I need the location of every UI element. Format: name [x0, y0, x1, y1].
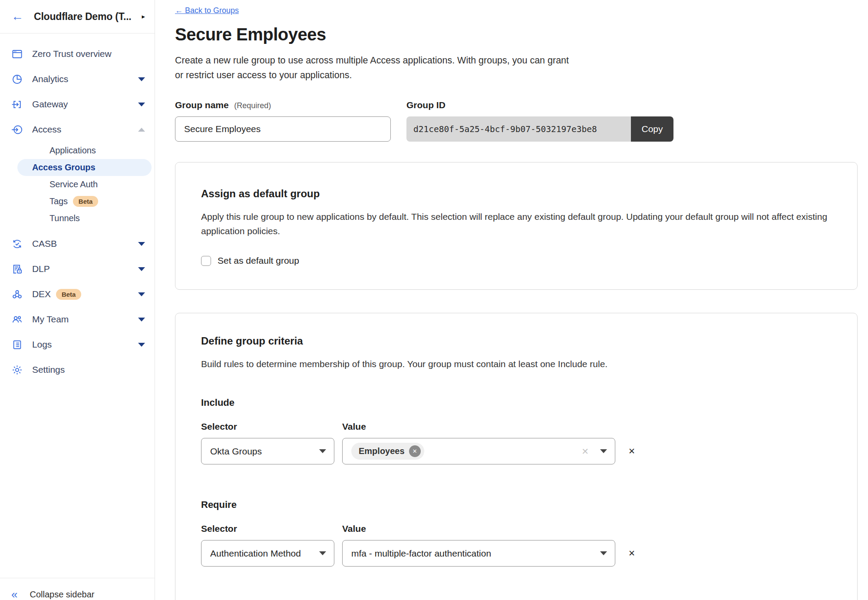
require-heading: Require [201, 499, 832, 510]
sidebar-item-label: Applications [50, 146, 96, 156]
sidebar-item-label: Tunnels [50, 213, 80, 223]
collapse-sidebar-button[interactable]: « Collapse sidebar [0, 578, 155, 600]
gear-icon [11, 364, 23, 376]
window-icon [11, 48, 23, 60]
include-value-multiselect[interactable]: Employees ✕ ✕ [342, 438, 615, 464]
analytics-pie-icon [11, 73, 23, 85]
sidebar-item-settings[interactable]: Settings [0, 357, 155, 382]
chevron-down-icon [319, 449, 326, 453]
gateway-icon [11, 99, 23, 110]
include-rule-row: Okta Groups Employees ✕ ✕ ✕ [201, 438, 832, 464]
default-group-card-title: Assign as default group [201, 188, 832, 200]
sidebar-item-label: Tags [50, 196, 68, 206]
sidebar-item-label: Access Groups [32, 162, 95, 172]
value-chip-label: Employees [359, 446, 405, 456]
require-rule-row: Authentication Method mfa - multiple-fac… [201, 540, 832, 567]
sidebar-item-label: Analytics [32, 74, 68, 84]
sidebar-item-logs[interactable]: Logs [0, 332, 155, 357]
chip-remove-icon[interactable]: ✕ [409, 445, 421, 457]
sidebar-item-zero-trust-overview[interactable]: Zero Trust overview [0, 41, 155, 66]
group-id-label: Group ID [406, 100, 673, 110]
criteria-card: Define group criteria Build rules to det… [175, 313, 858, 600]
default-group-body-line1: Apply this rule group to new application… [201, 209, 832, 224]
network-cluster-icon [11, 288, 23, 300]
page-title: Secure Employees [175, 25, 868, 44]
sidebar-item-gateway[interactable]: Gateway [0, 92, 155, 117]
sidebar-item-label: Settings [32, 365, 65, 375]
back-arrow-icon[interactable]: ← [11, 10, 23, 23]
include-value-label: Value [342, 421, 366, 432]
include-selector-label: Selector [201, 421, 342, 432]
set-default-group-row[interactable]: Set as default group [201, 255, 832, 266]
criteria-card-title: Define group criteria [201, 335, 832, 347]
sidebar-item-access-groups[interactable]: Access Groups [17, 159, 152, 176]
collapse-sidebar-label: Collapse sidebar [30, 590, 94, 600]
remove-require-rule-icon[interactable]: ✕ [628, 548, 635, 558]
require-selector-value: Authentication Method [210, 548, 301, 559]
page-description-line2: or restrict user access to your applicat… [175, 68, 868, 83]
require-value: mfa - multiple-factor authentication [351, 548, 491, 559]
chevron-down-icon [138, 242, 145, 246]
people-icon [11, 314, 23, 325]
beta-badge: Beta [56, 289, 82, 300]
chevron-down-icon [138, 103, 145, 106]
sidebar-item-my-team[interactable]: My Team [0, 307, 155, 332]
beta-badge: Beta [73, 196, 99, 207]
chevron-right-icon[interactable]: ▸ [142, 13, 145, 20]
document-lock-icon [11, 263, 23, 275]
require-value-dropdown[interactable]: mfa - multiple-factor authentication [342, 540, 615, 567]
sidebar-item-dex[interactable]: DEX Beta [0, 282, 155, 307]
remove-include-rule-icon[interactable]: ✕ [628, 446, 635, 456]
require-value-label: Value [342, 524, 366, 534]
chevron-down-icon [600, 449, 607, 453]
account-header: ← Cloudflare Demo (T... ▸ [0, 0, 155, 33]
access-login-icon [11, 124, 23, 136]
back-to-groups-link[interactable]: ← Back to Groups [175, 6, 239, 15]
logs-list-icon [11, 339, 23, 351]
chevron-down-icon [138, 267, 145, 271]
sidebar-item-label: CASB [32, 239, 57, 249]
required-hint: (Required) [234, 101, 271, 110]
sidebar-item-dlp[interactable]: DLP [0, 256, 155, 282]
sidebar-item-applications[interactable]: Applications [17, 142, 152, 159]
account-title: Cloudflare Demo (T... [34, 11, 132, 23]
sidebar-item-access[interactable]: Access [0, 117, 155, 142]
sidebar: ← Cloudflare Demo (T... ▸ Zero Trust ove… [0, 0, 155, 600]
sidebar-item-tags[interactable]: Tags Beta [17, 193, 152, 210]
chevron-down-icon [138, 292, 145, 296]
sidebar-item-analytics[interactable]: Analytics [0, 66, 155, 92]
require-selector-label: Selector [201, 524, 342, 534]
require-selector-dropdown[interactable]: Authentication Method [201, 540, 334, 567]
page-description-line1: Create a new rule group to use across mu… [175, 53, 868, 68]
sidebar-item-label: Access [32, 124, 61, 135]
set-default-group-label: Set as default group [218, 255, 299, 266]
include-heading: Include [201, 397, 832, 408]
main-content: ← Back to Groups Secure Employees Create… [155, 0, 868, 600]
group-name-label: Group name [175, 100, 229, 110]
group-name-input[interactable] [175, 116, 391, 142]
page-description: Create a new rule group to use across mu… [175, 53, 868, 83]
sidebar-item-label: Service Auth [50, 179, 98, 189]
sidebar-item-label: My Team [32, 314, 69, 325]
sidebar-item-tunnels[interactable]: Tunnels [17, 210, 152, 227]
sidebar-item-casb[interactable]: CASB [0, 231, 155, 256]
group-id-value: d21ce80f-5a25-4bcf-9b07-5032197e3be8 [406, 116, 631, 142]
chevron-down-icon [319, 551, 326, 555]
copy-button[interactable]: Copy [631, 116, 673, 142]
clear-values-icon[interactable]: ✕ [581, 446, 589, 457]
chevron-down-icon [138, 343, 145, 347]
chevron-down-icon [138, 318, 145, 322]
include-selector-dropdown[interactable]: Okta Groups [201, 438, 334, 464]
sidebar-item-label: Logs [32, 339, 52, 350]
sidebar-item-label: DLP [32, 264, 50, 274]
criteria-card-body: Build rules to determine membership of t… [201, 357, 832, 371]
group-name-field-block: Group name (Required) [175, 100, 391, 142]
group-identity-row: Group name (Required) Group ID d21ce80f-… [175, 100, 868, 142]
sidebar-item-service-auth[interactable]: Service Auth [17, 176, 152, 193]
sidebar-item-label: Zero Trust overview [32, 49, 112, 59]
casb-check-icon [11, 238, 23, 250]
sidebar-item-label: DEX [32, 289, 51, 299]
chevron-down-icon [600, 551, 607, 555]
set-default-group-checkbox[interactable] [201, 256, 211, 266]
chevron-up-icon [138, 128, 145, 132]
